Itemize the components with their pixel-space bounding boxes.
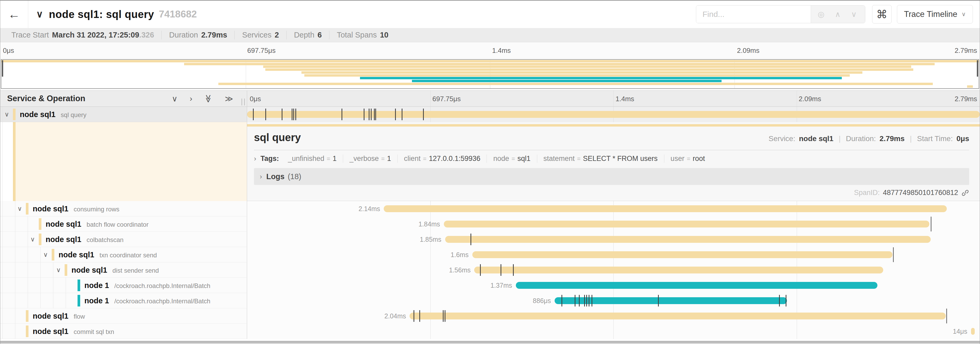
span-color-accent — [52, 249, 54, 261]
back-button[interactable]: ← — [0, 0, 28, 28]
span-duration-bar[interactable] — [555, 297, 787, 304]
span-row[interactable]: node sql1commit sql txn14μs — [0, 324, 980, 339]
tag-value: 127.0.0.1:59936 — [429, 155, 480, 163]
operation-name: colbatchscan — [86, 236, 123, 243]
log-tick — [395, 109, 396, 120]
keyboard-shortcuts-button[interactable]: ⌘ — [872, 5, 892, 24]
tag-key: user — [671, 155, 685, 163]
separator: | — [837, 134, 842, 143]
chevron-down-icon: ∨ — [961, 11, 966, 18]
span-row[interactable]: node 1/cockroach.roachpb.Internal/Batch8… — [0, 293, 980, 308]
tag-item: _unfinished=1 — [282, 155, 343, 163]
span-row[interactable]: node 1/cockroach.roachpb.Internal/Batch1… — [0, 278, 980, 293]
span-duration-bar[interactable] — [410, 312, 945, 320]
span-name-cell[interactable]: ∨node sql1sql query — [0, 107, 247, 122]
trace-collapse-chevron-icon[interactable]: ∨ — [36, 9, 43, 20]
minimap-drag-handle-right[interactable] — [977, 60, 978, 77]
span-duration-label: 1.56ms — [449, 266, 471, 274]
span-bar-strip — [247, 124, 980, 126]
span-name-cell[interactable]: ∨node sql1colbatchscan — [0, 232, 247, 247]
minimap-drag-handle-left[interactable] — [2, 60, 3, 77]
span-duration-bar[interactable] — [473, 251, 892, 258]
span-row[interactable]: ∨node sql1colbatchscan1.85ms — [0, 232, 980, 247]
span-row[interactable]: ∨node sql1sql query — [0, 107, 980, 122]
meta-item: Duration2.79ms — [161, 30, 234, 39]
span-row[interactable]: ∨node sql1dist sender send1.56ms — [0, 262, 980, 278]
next-match-icon[interactable]: ∨ — [851, 10, 857, 19]
find-input[interactable] — [696, 6, 811, 23]
column-resizer-handle[interactable] — [242, 99, 245, 106]
span-row[interactable]: node sql1batch flow coordinator1.84ms — [0, 216, 980, 232]
trace-title: node sql1: sql query — [49, 8, 154, 20]
chevron-down-icon[interactable]: ∨ — [43, 251, 48, 258]
log-tick — [786, 295, 786, 307]
meta-item: Services2 — [234, 30, 286, 39]
span-names: node sql1txn coordinator send — [59, 250, 157, 259]
span-name-cell[interactable]: ∨node sql1consuming rows — [0, 201, 247, 216]
logs-toggle-row[interactable]: › Logs (18) — [254, 168, 969, 185]
timeline-gridline — [430, 293, 431, 308]
expand-one-icon[interactable]: › — [189, 94, 192, 103]
span-duration-bar[interactable] — [516, 282, 877, 289]
span-name-cell[interactable]: node 1/cockroach.roachpb.Internal/Batch — [0, 278, 247, 293]
service-operation-title: Service & Operation — [7, 94, 85, 103]
selected-span-highlight — [16, 122, 247, 201]
log-tick — [513, 264, 514, 276]
chevron-down-icon[interactable]: ∨ — [18, 205, 22, 213]
timeline-minimap[interactable] — [1, 59, 979, 89]
span-row[interactable]: node sql1flow2.04ms — [0, 308, 980, 324]
span-name-cell[interactable]: node sql1commit sql txn — [0, 324, 247, 339]
span-names: node sql1dist sender send — [72, 266, 159, 274]
service-name: node 1 — [84, 296, 109, 305]
log-tick — [402, 109, 402, 120]
ruler-label: 697.75μs — [433, 95, 461, 103]
ruler-gridline — [613, 91, 614, 107]
span-names: node sql1commit sql txn — [33, 327, 114, 336]
start-time-value: 0μs — [956, 134, 969, 143]
log-tick — [592, 295, 592, 307]
span-name-cell[interactable]: ∨node sql1txn coordinator send — [0, 247, 247, 262]
span-name-cell[interactable]: node sql1batch flow coordinator — [0, 216, 247, 232]
meta-label: Depth — [294, 30, 314, 39]
selected-span-row-holder: ∨node sql1sql query — [0, 107, 980, 122]
span-name-cell[interactable]: ∨node sql1dist sender send — [0, 262, 247, 278]
chevron-down-icon[interactable]: ∨ — [30, 236, 35, 243]
span-duration-bar[interactable] — [384, 205, 947, 212]
trace-timeline-view-button[interactable]: Trace Timeline ∨ — [897, 5, 973, 24]
tag-value: 1 — [332, 155, 337, 163]
ruler-label: 0μs — [250, 95, 261, 103]
tag-equals: = — [577, 155, 581, 162]
locate-icon[interactable]: ◎ — [818, 10, 824, 19]
collapse-one-icon[interactable]: ∨ — [172, 94, 178, 103]
tags-toggle-row[interactable]: › Tags: _unfinished=1_verbose=1client=12… — [254, 155, 969, 163]
span-row[interactable]: ∨node sql1consuming rows2.14ms — [0, 201, 980, 216]
indent-guide — [40, 293, 41, 308]
span-name-cell[interactable]: node 1/cockroach.roachpb.Internal/Batch — [0, 293, 247, 308]
span-row[interactable]: ∨node sql1txn coordinator send1.6ms — [0, 247, 980, 262]
log-tick — [371, 109, 372, 120]
span-color-accent — [39, 234, 41, 245]
log-tick — [292, 109, 293, 120]
span-duration-bar[interactable] — [445, 236, 931, 243]
span-duration-bar[interactable] — [474, 267, 883, 274]
prev-match-icon[interactable]: ∧ — [835, 10, 840, 19]
span-duration-bar[interactable] — [444, 221, 929, 227]
log-tick — [295, 109, 296, 120]
ruler-label: 1.4ms — [492, 46, 511, 55]
span-duration-bar[interactable] — [247, 111, 980, 118]
indent-guide — [2, 293, 3, 308]
horizontal-scrollbar[interactable] — [0, 341, 980, 343]
span-names: node 1/cockroach.roachpb.Internal/Batch — [84, 296, 210, 305]
expand-all-icon[interactable]: ≫ — [225, 94, 233, 103]
span-name-cell[interactable]: node sql1flow — [0, 308, 247, 324]
span-duration-label: 2.14ms — [358, 205, 380, 213]
chevron-down-icon[interactable]: ∨ — [56, 266, 61, 274]
collapse-all-icon[interactable]: ≫ — [204, 94, 213, 102]
span-duration-bar[interactable] — [971, 328, 975, 335]
span-duration-label: 1.84ms — [418, 220, 440, 228]
log-tick — [501, 264, 501, 276]
chevron-down-icon[interactable]: ∨ — [5, 111, 9, 118]
span-rows: ∨node sql1consuming rows2.14msnode sql1b… — [0, 201, 980, 339]
link-icon[interactable] — [961, 189, 969, 197]
span-bar-cell: 1.84ms — [247, 216, 980, 232]
